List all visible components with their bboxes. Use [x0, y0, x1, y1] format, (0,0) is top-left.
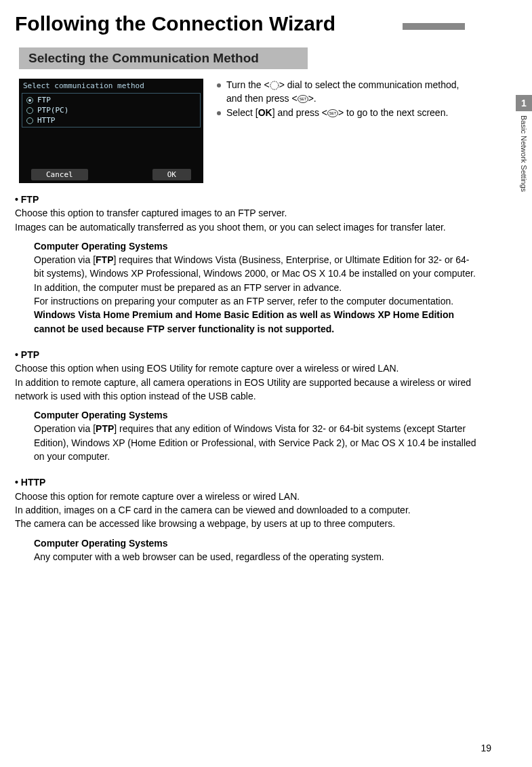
- instruction-text: Select [OK] and press <SET> to go to the…: [226, 106, 448, 120]
- ftp-os-text: For instructions on preparing your compu…: [34, 294, 478, 308]
- chapter-label: Basic Network Settings: [520, 115, 528, 192]
- ftp-bold: FTP: [96, 254, 113, 265]
- text: >.: [308, 93, 316, 104]
- radio-icon: [26, 107, 33, 114]
- text: Operation via [: [34, 423, 96, 434]
- ptp-os-text: Operation via [PTP] requires that any ed…: [34, 422, 478, 463]
- os-subheading: Computer Operating Systems: [34, 408, 478, 422]
- cancel-button: Cancel: [31, 169, 88, 180]
- menu-option-ftp: FTP: [22, 95, 200, 105]
- http-description: The camera can be accessed like browsing…: [15, 517, 478, 530]
- page-number: 19: [480, 743, 491, 753]
- main-content: • FTP Choose this option to transfer cap…: [15, 193, 532, 564]
- ftp-os-text: Operation via [FTP] requires that Window…: [34, 253, 478, 294]
- chapter-number: 1: [516, 95, 532, 111]
- radio-selected-icon: [26, 97, 33, 104]
- text: > to go to the next screen.: [338, 107, 448, 118]
- os-subheading: Computer Operating Systems: [34, 239, 478, 253]
- ptp-bold: PTP: [96, 423, 114, 434]
- ftp-description: Choose this option to transfer captured …: [15, 206, 478, 220]
- ptp-description: Choose this option when using EOS Utilit…: [15, 361, 478, 375]
- text: ] and press <: [272, 107, 327, 118]
- option-label: HTTP: [37, 116, 56, 125]
- text: Turn the <: [226, 79, 270, 90]
- svg-point-0: [270, 81, 279, 90]
- menu-title: Select communication method: [19, 79, 203, 93]
- set-button-icon: SET: [327, 109, 338, 117]
- bold-note: Windows Vista Home Premium and Home Basi…: [34, 309, 454, 334]
- http-os-text: Any computer with a web browser can be u…: [34, 550, 478, 564]
- menu-option-http: HTTP: [22, 115, 200, 125]
- ptp-heading: • PTP: [15, 348, 478, 361]
- bullet-icon: [217, 111, 221, 115]
- camera-menu-screenshot: Select communication method FTP PTP(PC) …: [19, 79, 203, 183]
- radio-icon: [26, 117, 33, 124]
- text: Operation via [: [34, 254, 96, 265]
- chapter-side-tab: 1 Basic Network Settings: [516, 95, 532, 244]
- svg-text:SET: SET: [329, 112, 337, 116]
- text: Select [: [226, 107, 258, 118]
- title-decoration-bar: [403, 23, 465, 30]
- ftp-os-note: Windows Vista Home Premium and Home Basi…: [34, 308, 478, 336]
- os-subheading: Computer Operating Systems: [34, 536, 478, 550]
- svg-text:SET: SET: [299, 97, 306, 101]
- ok-button: OK: [152, 169, 191, 180]
- http-heading: • HTTP: [15, 475, 478, 489]
- set-button-icon: SET: [298, 95, 308, 103]
- http-description: In addition, images on a CF card in the …: [15, 503, 478, 517]
- option-label: PTP(PC): [37, 106, 68, 115]
- menu-option-ptp: PTP(PC): [22, 105, 200, 115]
- ok-label: OK: [258, 107, 272, 118]
- ftp-description: Images can be automatically transferred …: [15, 220, 478, 234]
- section-header: Selecting the Communication Method: [19, 47, 308, 69]
- ftp-heading: • FTP: [15, 193, 478, 206]
- instruction-text: Turn the <> dial to select the communica…: [226, 79, 476, 105]
- bullet-icon: [217, 83, 221, 87]
- instruction-list: Turn the <> dial to select the communica…: [217, 79, 532, 183]
- dial-icon: [270, 81, 279, 90]
- option-label: FTP: [37, 96, 51, 104]
- http-description: Choose this option for remote capture ov…: [15, 490, 478, 503]
- page-title: Following the Connection Wizard: [0, 0, 532, 35]
- ptp-description: In addition to remote capture, all camer…: [15, 376, 478, 404]
